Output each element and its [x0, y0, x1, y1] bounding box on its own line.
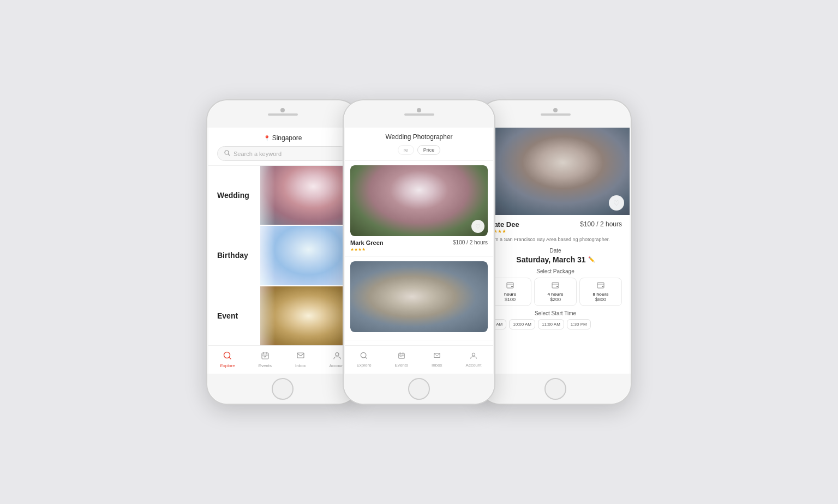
category-wedding[interactable]: Wedding: [208, 166, 357, 225]
location-bar: 📍 Singapore: [217, 134, 348, 142]
screen1-header: 📍 Singapore Search a keyword: [208, 128, 357, 166]
phone-3-camera: [553, 108, 558, 112]
phone-1-camera: [280, 108, 285, 112]
time-slots: 0 AM 10:00 AM 11:00 AM 1:30 PM: [489, 319, 622, 329]
nav2-explore[interactable]: Explore: [356, 352, 371, 368]
time-slot-3[interactable]: 1:30 PM: [567, 319, 591, 329]
nav2-events[interactable]: Events: [395, 352, 408, 368]
category-birthday[interactable]: Birthday: [208, 225, 357, 285]
edit-date-icon[interactable]: ✏️: [588, 256, 595, 262]
result-card-2[interactable]: [345, 257, 493, 340]
nav2-inbox[interactable]: Inbox: [432, 352, 442, 368]
package-1-price: $100: [492, 297, 529, 302]
svg-line-1: [229, 154, 230, 156]
package-3-icon: [582, 281, 619, 291]
category-list: Wedding Birthday Event: [208, 166, 357, 345]
detail-heart-btn[interactable]: ♡: [609, 195, 624, 211]
search-bar[interactable]: Search a keyword: [217, 146, 348, 161]
account-icon: [333, 351, 342, 362]
nav-events[interactable]: Events: [259, 351, 272, 368]
photographer-price: $100 / 2 hours: [580, 220, 622, 228]
package-3-hours: 8 hours: [582, 292, 619, 297]
phone-2: Wedding Photographer re Price ♡ Mark Gre…: [343, 99, 495, 405]
nav2-account-label: Account: [466, 363, 482, 368]
phone-2-top: [344, 100, 494, 128]
svg-rect-4: [262, 353, 268, 359]
photographer-bio: I am a San Francisco Bay Area based ng p…: [489, 236, 622, 243]
detail-hero-img: [481, 128, 630, 215]
package-2-hours: 4 hours: [537, 292, 574, 297]
photographer-row: Kate Dee ★★★★ $100 / 2 hours: [489, 220, 622, 234]
phone-1-bottom: [207, 374, 358, 404]
packages-title: Select Package: [489, 268, 622, 274]
package-card-3[interactable]: 8 hours $800: [579, 278, 622, 306]
phone-2-camera: [417, 108, 421, 112]
date-value: Saturday, March 31: [516, 255, 585, 264]
package-2-price: $200: [537, 297, 574, 302]
time-slot-1[interactable]: 10:00 AM: [509, 319, 535, 329]
svg-rect-16: [507, 283, 513, 288]
result-name-1: Mark Green: [350, 239, 384, 246]
location-pin-icon: 📍: [264, 135, 270, 141]
result-info-1: Mark Green ★★★★ $100 / 2 hours: [350, 239, 488, 252]
nav-inbox[interactable]: Inbox: [295, 351, 306, 368]
phone-1-top: [207, 100, 358, 128]
nav-explore[interactable]: Explore: [220, 351, 235, 368]
filter-bar: re Price: [352, 145, 486, 155]
phone-1: 📍 Singapore Search a keyword: [206, 99, 359, 405]
time-slot-2[interactable]: 11:00 AM: [538, 319, 564, 329]
nav2-account[interactable]: Account: [466, 352, 482, 368]
package-1-icon: [492, 281, 529, 291]
phone-1-screen: 📍 Singapore Search a keyword: [208, 128, 357, 374]
nav-bar-1: Explore Events: [208, 345, 357, 374]
result-price-1: $100 / 2 hours: [453, 239, 488, 245]
nav2-inbox-icon: [433, 352, 441, 362]
screen2-header: Wedding Photographer re Price: [345, 128, 493, 161]
category-event[interactable]: Event: [208, 285, 357, 345]
phone-3-speaker: [541, 113, 571, 116]
svg-rect-21: [556, 286, 558, 287]
screen2-title: Wedding Photographer: [352, 133, 486, 141]
result-stars-1: ★★★★: [350, 247, 384, 252]
phone-1-speaker: [268, 113, 298, 116]
nav-bar-2: Explore Events: [345, 345, 493, 374]
category-birthday-label: Birthday: [208, 251, 268, 260]
svg-point-8: [336, 353, 339, 356]
home-button-3[interactable]: [544, 378, 566, 400]
heart-btn-1[interactable]: ♡: [471, 220, 484, 233]
nav2-explore-label: Explore: [356, 363, 371, 368]
category-event-label: Event: [208, 311, 268, 320]
detail-date: Saturday, March 31 ✏️: [489, 255, 622, 264]
nav2-account-icon: [470, 352, 477, 362]
package-1-hours: hours: [492, 292, 529, 297]
svg-line-10: [366, 357, 367, 359]
nav-inbox-label: Inbox: [295, 363, 306, 368]
filter-chip-price[interactable]: Price: [417, 145, 441, 155]
svg-rect-11: [399, 353, 405, 359]
nav-events-label: Events: [259, 363, 272, 368]
screen3-body: Kate Dee ★★★★ $100 / 2 hours I am a San …: [481, 215, 630, 374]
category-wedding-label: Wedding: [208, 191, 268, 200]
phone-3-bottom: [480, 374, 631, 404]
home-button-2[interactable]: [408, 378, 430, 400]
package-card-2[interactable]: 4 hours $200: [534, 278, 577, 306]
result-card-1[interactable]: ♡ Mark Green ★★★★ $100 / 2 hours: [345, 161, 493, 257]
results-list: ♡ Mark Green ★★★★ $100 / 2 hours: [345, 161, 493, 345]
phone-2-bottom: [344, 374, 494, 404]
home-button-1[interactable]: [272, 378, 294, 400]
phone-2-screen: Wedding Photographer re Price ♡ Mark Gre…: [345, 128, 493, 374]
phone-3-screen: ♡ Kate Dee ★★★★ $100 / 2 hours I am a Sa…: [481, 128, 630, 374]
location-text: Singapore: [272, 134, 302, 142]
svg-rect-19: [552, 283, 559, 288]
nav2-inbox-label: Inbox: [432, 363, 442, 368]
nav-explore-label: Explore: [220, 363, 235, 368]
phone-3-top: [480, 100, 631, 128]
filter-chip-partial[interactable]: re: [398, 145, 414, 155]
phones-container: 📍 Singapore Search a keyword: [195, 77, 643, 427]
inbox-icon: [296, 351, 305, 362]
nav2-explore-icon: [360, 352, 368, 362]
svg-rect-24: [602, 286, 603, 287]
nav2-events-label: Events: [395, 363, 408, 368]
detail-hero: ♡: [481, 128, 630, 215]
result-photo-1: ♡: [350, 165, 488, 236]
